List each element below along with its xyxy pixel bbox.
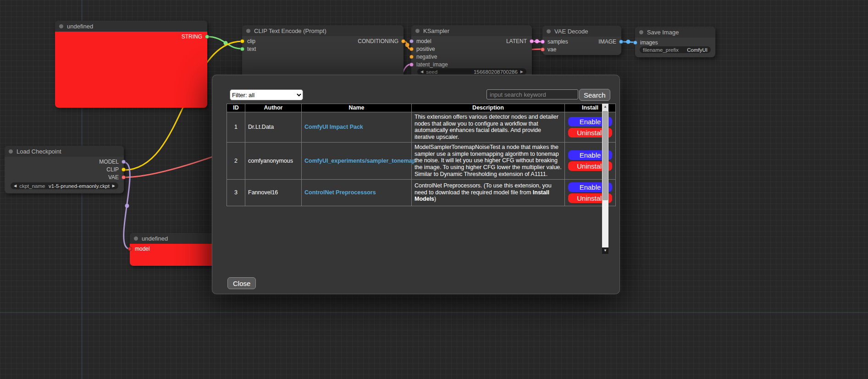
input-slot-negative[interactable] (409, 55, 414, 59)
node-title: Load Checkpoint (17, 148, 61, 155)
extension-table-wrap: ID Author Name Description Install 1 Dr.… (227, 104, 608, 254)
cell-id: 3 (227, 179, 245, 206)
node-header[interactable]: undefined (130, 233, 221, 244)
input-slot-text[interactable] (240, 47, 244, 51)
link-dot (224, 41, 228, 45)
input-slot-clip[interactable] (240, 39, 244, 43)
search-button[interactable]: Search (579, 89, 610, 101)
node-header[interactable]: undefined (55, 21, 207, 32)
seed-widget[interactable]: ◀ seed 156680208700286 ▶ (417, 68, 526, 75)
output-label: MODEL (99, 159, 119, 165)
node-body: MODEL CLIP VAE (5, 157, 124, 181)
input-label: samples (547, 38, 568, 45)
input-slot-samples[interactable] (541, 39, 545, 44)
node-model-undefined[interactable]: undefined model (130, 233, 221, 266)
widget-value: 156680208700286 (474, 69, 518, 75)
output-slot-latent[interactable] (530, 39, 534, 43)
widget-value: v1-5-pruned-emaonly.ckpt (49, 183, 110, 189)
search-input[interactable] (487, 89, 578, 99)
filename-prefix-widget[interactable]: filename_prefix ComfyUI (640, 46, 711, 53)
widget-value: ComfyUI (687, 47, 708, 53)
input-label: negative (416, 54, 437, 60)
input-slot-model[interactable] (409, 39, 414, 43)
extension-table-body: 1 Dr.Lt.Data ComfyUI Impact Pack This ex… (227, 112, 616, 206)
decrement-icon[interactable]: ◀ (14, 184, 17, 188)
slot-row: images (635, 38, 715, 46)
decrement-icon[interactable]: ◀ (420, 70, 423, 74)
widget-label: filename_prefix (643, 47, 679, 53)
canvas-axis-horizontal (0, 312, 868, 313)
node-header[interactable]: CLIP Text Encode (Prompt) (242, 25, 404, 36)
node-title: undefined (67, 23, 93, 30)
collapse-icon[interactable] (9, 149, 13, 154)
extension-link[interactable]: ComfyUI Impact Pack (304, 124, 363, 130)
collapse-icon[interactable] (639, 30, 643, 34)
input-label: model (416, 38, 431, 44)
input-label: images (640, 39, 658, 46)
collapse-icon[interactable] (134, 236, 138, 241)
input-slot-positive[interactable] (409, 47, 414, 51)
collapse-icon[interactable] (415, 29, 420, 33)
output-slot-clip[interactable] (122, 167, 126, 171)
table-row: 1 Dr.Lt.Data ComfyUI Impact Pack This ex… (227, 112, 616, 142)
node-string-undefined[interactable]: undefined STRING (55, 21, 207, 108)
collapse-icon[interactable] (547, 29, 551, 33)
slot-row: vae (542, 45, 621, 53)
slot-row: samples IMAGE (542, 38, 621, 45)
scrollbar-thumb[interactable] (603, 111, 608, 200)
close-button[interactable]: Close (227, 277, 256, 289)
ckpt-name-widget[interactable]: ◀ ckpt_name v1-5-pruned-emaonly.ckpt ▶ (11, 182, 118, 189)
input-label: text (247, 46, 256, 52)
link-dot (626, 40, 630, 44)
input-slot-vae[interactable] (541, 47, 545, 51)
output-slot-image[interactable] (619, 39, 623, 44)
input-label: latent_image (416, 61, 448, 68)
collapse-icon[interactable] (246, 29, 250, 33)
cell-description: ControlNet Preprocessors. (To use this e… (412, 179, 565, 206)
node-header[interactable]: Load Checkpoint (5, 146, 124, 157)
scroll-up-icon[interactable]: ▲ (602, 104, 608, 110)
increment-icon[interactable]: ▶ (112, 184, 115, 188)
cell-id: 1 (227, 112, 245, 142)
increment-icon[interactable]: ▶ (520, 70, 523, 74)
node-header[interactable]: VAE Decode (542, 26, 621, 37)
node-header[interactable]: KSampler (411, 25, 532, 36)
slot-row: CLIP (5, 165, 124, 173)
slot-row: latent_image (411, 60, 532, 68)
input-label: positive (416, 46, 435, 52)
slot-row: model (130, 245, 221, 253)
input-slot-latent-image[interactable] (409, 62, 414, 66)
output-slot-conditioning[interactable] (401, 39, 405, 43)
cell-author: Dr.Lt.Data (245, 112, 302, 142)
node-ksampler[interactable]: KSampler model LATENT positive negative … (411, 25, 532, 79)
scroll-down-icon[interactable]: ▼ (602, 247, 608, 254)
table-scrollbar[interactable]: ▲ ▼ (602, 104, 608, 254)
collapse-icon[interactable] (59, 24, 63, 28)
node-title: KSampler (423, 27, 449, 34)
widget-label: ckpt_name (19, 183, 45, 189)
slot-row: positive (411, 45, 532, 53)
output-label: IMAGE (598, 38, 616, 45)
node-body: clip CONDITIONING text (242, 36, 404, 53)
output-slot-vae[interactable] (122, 175, 126, 179)
header-description: Description (412, 104, 565, 112)
input-label: clip (247, 38, 255, 44)
input-slot-images[interactable] (633, 40, 637, 44)
input-label: vae (547, 46, 556, 53)
output-slot-string[interactable] (205, 34, 209, 38)
node-load-checkpoint[interactable]: Load Checkpoint MODEL CLIP VAE ◀ ckpt_na… (5, 146, 124, 193)
node-header[interactable]: Save Image (635, 27, 715, 38)
filter-select[interactable]: Filter: all (230, 89, 303, 100)
custom-nodes-dialog: Filter: all Search ID Author Name Descri… (212, 75, 620, 294)
extension-link[interactable]: ComfyUI_experiments/sampler_tonemap (304, 158, 415, 164)
output-slot-model[interactable] (122, 159, 126, 164)
widget-label: seed (426, 69, 437, 75)
node-save-image[interactable]: Save Image images filename_prefix ComfyU… (635, 27, 715, 57)
node-vae-decode[interactable]: VAE Decode samples IMAGE vae (542, 26, 621, 55)
node-body: images (635, 38, 715, 46)
slot-row: clip CONDITIONING (242, 37, 404, 45)
cell-description: This extension offers various detector n… (412, 112, 565, 142)
cell-description: ModelSamplerTonemapNoiseTest a node that… (412, 142, 565, 179)
input-slot-model[interactable] (128, 247, 132, 251)
extension-link[interactable]: ControlNet Preprocessors (304, 189, 376, 196)
